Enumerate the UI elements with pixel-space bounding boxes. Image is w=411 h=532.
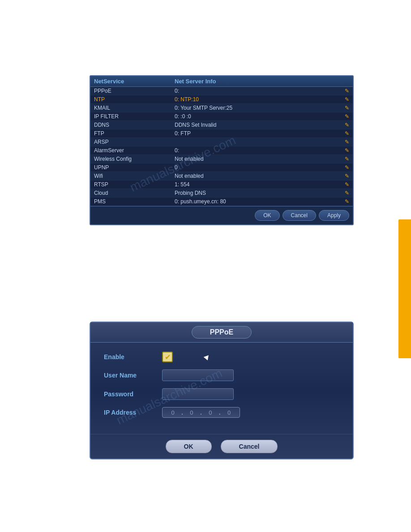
pppoe-username-label: User Name — [104, 372, 162, 379]
netservice-row[interactable]: NTP0: NTP:10✎ — [90, 95, 353, 104]
pppoe-ip-field: IP Address . . . — [104, 407, 339, 418]
edit-icon[interactable]: ✎ — [345, 198, 349, 205]
netservice-row[interactable]: AlarmServer0:✎ — [90, 146, 353, 155]
pppoe-ip-octet-2[interactable] — [185, 409, 198, 416]
pppoe-enable-field: Enable ✔ — [104, 352, 339, 362]
pppoe-footer: OK Cancel — [90, 434, 353, 459]
pppoe-ip-container: . . . — [162, 407, 240, 418]
pppoe-ip-octet-3[interactable] — [204, 409, 217, 416]
netservice-service-name: KMAIL — [94, 105, 175, 111]
pppoe-ip-dot-3: . — [219, 409, 221, 416]
netservice-service-info: 0: :0 :0 — [175, 113, 345, 120]
netservice-service-name: Cloud — [94, 190, 175, 196]
netservice-service-info: 0: — [175, 88, 345, 94]
pppoe-password-label: Password — [104, 390, 162, 398]
netservice-service-info: 0: NTP:10 — [175, 96, 345, 103]
netservice-service-info: 0: push.umeye.cn: 80 — [175, 198, 345, 205]
netservice-service-name: Wifi — [94, 173, 175, 179]
netservice-service-name: RTSP — [94, 181, 175, 188]
edit-icon[interactable]: ✎ — [345, 113, 349, 120]
edit-icon[interactable]: ✎ — [345, 147, 349, 154]
pppoe-title: PPPoE — [192, 326, 252, 339]
netservice-service-info: 1: 554 — [175, 181, 345, 188]
netservice-service-name: NTP — [94, 96, 175, 103]
netservice-apply-button[interactable]: Apply — [319, 210, 349, 221]
netservice-col2-header: Net Server Info — [175, 78, 349, 85]
netservice-service-info: 0: Your SMTP Server:25 — [175, 105, 345, 111]
netservice-row[interactable]: WifiNot enabled✎ — [90, 172, 353, 180]
netservice-table: PPPoE0:✎NTP0: NTP:10✎KMAIL0: Your SMTP S… — [90, 87, 353, 206]
netservice-panel: NetService Net Server Info PPPoE0:✎NTP0:… — [90, 75, 354, 225]
netservice-service-info: 0 — [175, 164, 345, 171]
pppoe-panel: PPPoE Enable ✔ User Name Password IP Add… — [90, 322, 354, 459]
netservice-row[interactable]: Wireless ConfigNot enabled✎ — [90, 155, 353, 163]
netservice-col1-header: NetService — [94, 78, 175, 85]
edit-icon[interactable]: ✎ — [345, 190, 349, 196]
netservice-row[interactable]: IP FILTER0: :0 :0✎ — [90, 112, 353, 121]
netservice-service-info: Not enabled — [175, 156, 345, 162]
netservice-service-name: Wireless Config — [94, 156, 175, 162]
netservice-header: NetService Net Server Info — [90, 76, 353, 87]
pppoe-ip-octet-4[interactable] — [223, 409, 236, 416]
netservice-row[interactable]: FTP0: FTP✎ — [90, 129, 353, 138]
edit-icon[interactable]: ✎ — [345, 139, 349, 145]
edit-icon[interactable]: ✎ — [345, 130, 349, 137]
pppoe-ip-dot-1: . — [181, 409, 183, 416]
netservice-service-info: 0: FTP — [175, 130, 345, 137]
pppoe-ip-label: IP Address — [104, 409, 162, 416]
sidebar-strip — [398, 219, 411, 358]
netservice-ok-button[interactable]: OK — [255, 210, 279, 221]
edit-icon[interactable]: ✎ — [345, 96, 349, 103]
netservice-row[interactable]: ARSP✎ — [90, 138, 353, 146]
netservice-service-name: AlarmServer — [94, 147, 175, 154]
netservice-row[interactable]: KMAIL0: Your SMTP Server:25✎ — [90, 104, 353, 112]
edit-icon[interactable]: ✎ — [345, 88, 349, 94]
netservice-row[interactable]: PMS0: push.umeye.cn: 80✎ — [90, 197, 353, 206]
netservice-service-name: IP FILTER — [94, 113, 175, 120]
pppoe-password-field: Password — [104, 388, 339, 400]
pppoe-username-input[interactable] — [162, 369, 234, 381]
netservice-service-name: PMS — [94, 198, 175, 205]
netservice-row[interactable]: RTSP1: 554✎ — [90, 180, 353, 189]
netservice-cancel-button[interactable]: Cancel — [283, 210, 316, 221]
netservice-row[interactable]: PPPoE0:✎ — [90, 87, 353, 95]
edit-icon[interactable]: ✎ — [345, 181, 349, 188]
netservice-row[interactable]: CloudProbing DNS✎ — [90, 189, 353, 197]
netservice-service-info: Probing DNS — [175, 190, 345, 196]
pppoe-enable-checkbox[interactable]: ✔ — [162, 352, 173, 362]
netservice-service-info: Not enabled — [175, 173, 345, 179]
pppoe-ip-octet-1[interactable] — [166, 409, 180, 416]
edit-icon[interactable]: ✎ — [345, 156, 349, 162]
pppoe-enable-label: Enable — [104, 353, 162, 360]
netservice-service-info: DDNS Set Invalid — [175, 122, 345, 128]
netservice-row[interactable]: UPNP0✎ — [90, 163, 353, 172]
pppoe-password-input[interactable] — [162, 388, 234, 400]
edit-icon[interactable]: ✎ — [345, 122, 349, 128]
pppoe-username-field: User Name — [104, 369, 339, 381]
netservice-service-info: 0: — [175, 147, 345, 154]
netservice-service-name: UPNP — [94, 164, 175, 171]
netservice-service-name: FTP — [94, 130, 175, 137]
netservice-row[interactable]: DDNSDDNS Set Invalid✎ — [90, 121, 353, 129]
pppoe-check-icon: ✔ — [165, 353, 171, 361]
edit-icon[interactable]: ✎ — [345, 105, 349, 111]
pppoe-ok-button[interactable]: OK — [166, 440, 212, 453]
edit-icon[interactable]: ✎ — [345, 173, 349, 179]
netservice-footer: OK Cancel Apply — [90, 206, 353, 224]
netservice-service-name: PPPoE — [94, 88, 175, 94]
pppoe-title-bar: PPPoE — [90, 322, 353, 343]
pppoe-cancel-button[interactable]: Cancel — [221, 440, 278, 453]
edit-icon[interactable]: ✎ — [345, 164, 349, 171]
pppoe-body: Enable ✔ User Name Password IP Address .… — [90, 343, 353, 434]
netservice-service-name: ARSP — [94, 139, 175, 145]
netservice-service-name: DDNS — [94, 122, 175, 128]
pppoe-ip-dot-2: . — [200, 409, 202, 416]
